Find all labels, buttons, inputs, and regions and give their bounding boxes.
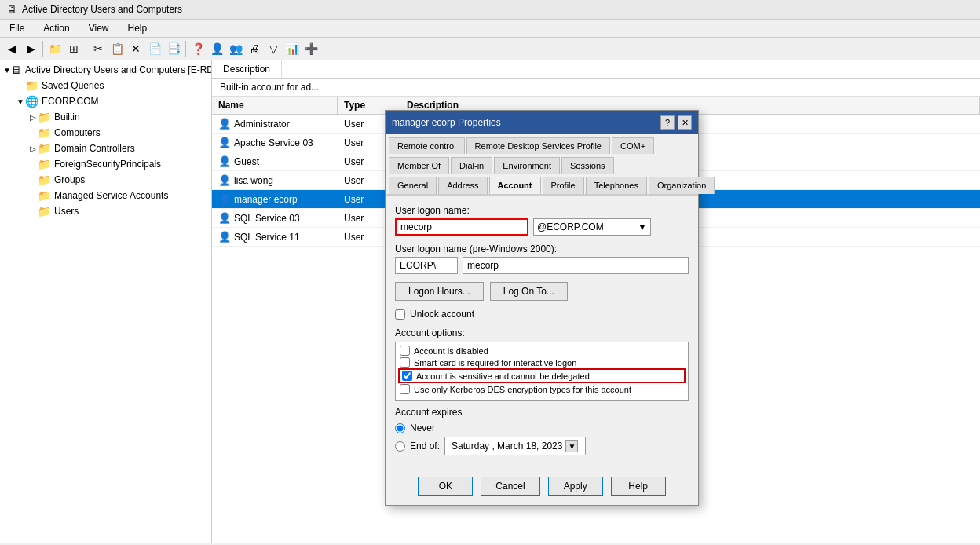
expires-section: Account expires Never End of: Saturday ,… bbox=[395, 407, 689, 455]
option-sensitive-label: Account is sensitive and cannot be deleg… bbox=[416, 371, 590, 381]
tree-item-fsp[interactable]: 📁 ForeignSecurityPrincipals bbox=[0, 156, 211, 172]
tree-dc-icon: 📁 bbox=[38, 142, 51, 155]
apply-button[interactable]: Apply bbox=[548, 477, 603, 496]
user-name-cell: 👤Guest bbox=[212, 154, 338, 169]
toolbar-properties[interactable]: 📄 bbox=[146, 40, 163, 57]
toolbar-filter[interactable]: ▽ bbox=[265, 40, 282, 57]
toolbar-cut[interactable]: ✂ bbox=[90, 40, 107, 57]
endof-label: End of: bbox=[410, 441, 440, 452]
domain-dropdown[interactable]: @ECORP.COM ▼ bbox=[533, 218, 651, 236]
tree-item-root[interactable]: ▼ 🖥 Active Directory Users and Computers… bbox=[0, 62, 211, 78]
description-panel: Description Built-in account for ad... bbox=[212, 60, 980, 97]
logon-name-input[interactable] bbox=[395, 218, 528, 236]
tree-item-groups[interactable]: 📁 Groups bbox=[0, 172, 211, 188]
toolbar-sep-1 bbox=[42, 41, 43, 57]
title-bar: 🖥 Active Directory Users and Computers bbox=[0, 0, 980, 20]
toolbar-help[interactable]: ❓ bbox=[189, 40, 207, 57]
menu-help[interactable]: Help bbox=[122, 21, 154, 35]
date-picker-btn[interactable]: ▼ bbox=[565, 440, 578, 452]
tree-item-saved-queries[interactable]: 📁 Saved Queries bbox=[0, 78, 211, 93]
tab-telephones[interactable]: Telephones bbox=[586, 177, 647, 194]
tab-com[interactable]: COM+ bbox=[612, 137, 654, 154]
logon-hours-button[interactable]: Logon Hours... bbox=[395, 282, 484, 301]
ok-button[interactable]: OK bbox=[418, 477, 473, 496]
tree-item-builtin[interactable]: ▷ 📁 Builtin bbox=[0, 109, 211, 125]
menu-bar: File Action View Help bbox=[0, 20, 980, 38]
toolbar-delete[interactable]: ✕ bbox=[127, 40, 144, 57]
tab-row-1: Remote control Remote Desktop Services P… bbox=[386, 134, 698, 154]
endof-radio[interactable] bbox=[395, 441, 405, 452]
tab-address[interactable]: Address bbox=[438, 177, 487, 194]
tree-item-ecorp[interactable]: ▼ 🌐 ECORP.COM bbox=[0, 93, 211, 109]
option-disabled-label: Account is disabled bbox=[414, 346, 488, 356]
account-options-box[interactable]: Account is disabled Smart card is requir… bbox=[395, 342, 689, 401]
toolbar-user[interactable]: 👤 bbox=[208, 40, 225, 57]
logon-name-label: User logon name: bbox=[395, 205, 689, 216]
tree-item-users[interactable]: 📁 Users bbox=[0, 203, 211, 219]
tab-dial-in[interactable]: Dial-in bbox=[451, 157, 492, 174]
desc-content: Built-in account for ad... bbox=[212, 79, 980, 96]
option-des-checkbox[interactable] bbox=[400, 384, 410, 394]
never-radio[interactable] bbox=[395, 423, 405, 433]
date-box[interactable]: Saturday , March 18, 2023 ▼ bbox=[444, 437, 586, 455]
option-des: Use only Kerberos DES encryption types f… bbox=[398, 383, 686, 395]
toolbar-folder[interactable]: 📁 bbox=[46, 40, 64, 57]
dialog-content: User logon name: @ECORP.COM ▼ User logon… bbox=[386, 196, 698, 470]
menu-file[interactable]: File bbox=[3, 21, 31, 35]
pre-win-row bbox=[395, 257, 689, 274]
tab-organization[interactable]: Organization bbox=[649, 177, 715, 194]
log-on-to-button[interactable]: Log On To... bbox=[490, 282, 568, 301]
pre-win-label: User logon name (pre-Windows 2000): bbox=[395, 243, 689, 254]
dialog-tabs: Remote control Remote Desktop Services P… bbox=[386, 134, 698, 196]
logon-name-group: User logon name: @ECORP.COM ▼ bbox=[395, 205, 689, 236]
user-name-cell: 👤manager ecorp bbox=[212, 192, 338, 207]
tab-member-of[interactable]: Member Of bbox=[389, 157, 449, 174]
toolbar-new[interactable]: 📑 bbox=[165, 40, 182, 57]
tree-item-msa[interactable]: 📁 Managed Service Accounts bbox=[0, 188, 211, 203]
option-sensitive-checkbox[interactable] bbox=[402, 371, 412, 381]
option-smartcard-checkbox[interactable] bbox=[400, 357, 410, 368]
help-button[interactable]: Help bbox=[611, 477, 666, 496]
tab-account[interactable]: Account bbox=[489, 177, 541, 194]
dialog-title: manager ecorp Properties bbox=[392, 117, 501, 128]
option-sensitive: Account is sensitive and cannot be deleg… bbox=[398, 368, 686, 383]
tab-environment[interactable]: Environment bbox=[494, 157, 560, 174]
account-options-label: Account options: bbox=[395, 327, 689, 338]
desc-tab-bar: Description bbox=[212, 60, 980, 79]
tree-item-computers[interactable]: 📁 Computers bbox=[0, 125, 211, 141]
toolbar-add[interactable]: ➕ bbox=[302, 40, 320, 57]
tab-remote-control[interactable]: Remote control bbox=[389, 137, 465, 154]
toolbar-back[interactable]: ◀ bbox=[3, 40, 20, 57]
toolbar-forward[interactable]: ▶ bbox=[22, 40, 39, 57]
menu-action[interactable]: Action bbox=[37, 21, 75, 35]
toolbar-chart[interactable]: 📊 bbox=[283, 40, 301, 57]
dialog-manager-ecorp-properties: manager ecorp Properties ? ✕ Remote cont… bbox=[385, 110, 699, 506]
menu-view[interactable]: View bbox=[82, 21, 115, 35]
tree-item-domain-controllers[interactable]: ▷ 📁 Domain Controllers bbox=[0, 141, 211, 156]
expand-icon: ▼ bbox=[3, 66, 11, 75]
tab-rdp[interactable]: Remote Desktop Services Profile bbox=[466, 137, 610, 154]
toolbar-sep-2 bbox=[86, 41, 86, 57]
toolbar-grid[interactable]: ⊞ bbox=[65, 40, 82, 57]
cancel-button[interactable]: Cancel bbox=[481, 477, 539, 496]
tab-general[interactable]: General bbox=[389, 177, 437, 194]
unlock-checkbox[interactable] bbox=[395, 309, 405, 320]
pre-win-value-input[interactable] bbox=[463, 257, 689, 274]
toolbar-copy[interactable]: 📋 bbox=[108, 40, 126, 57]
pre-win-prefix-input[interactable] bbox=[395, 257, 458, 274]
tab-profile[interactable]: Profile bbox=[543, 177, 584, 194]
tab-row-2: Member Of Dial-in Environment Sessions bbox=[386, 154, 698, 174]
tab-sessions[interactable]: Sessions bbox=[561, 157, 614, 174]
user-name-cell: 👤SQL Service 11 bbox=[212, 229, 338, 244]
tree-panel: ▼ 🖥 Active Directory Users and Computers… bbox=[0, 60, 212, 543]
toolbar-group[interactable]: 👥 bbox=[227, 40, 244, 57]
dialog-help-btn[interactable]: ? bbox=[660, 115, 675, 130]
tree-users-icon: 📁 bbox=[38, 205, 51, 218]
desc-tab[interactable]: Description bbox=[212, 60, 282, 78]
dialog-close-btn[interactable]: ✕ bbox=[678, 115, 692, 130]
tree-groups-label: Groups bbox=[54, 174, 85, 185]
toolbar-print[interactable]: 🖨 bbox=[246, 40, 263, 57]
col-header-name[interactable]: Name bbox=[212, 97, 338, 114]
option-disabled-checkbox[interactable] bbox=[400, 346, 410, 356]
tree-root-label: Active Directory Users and Computers [E-… bbox=[25, 64, 212, 75]
